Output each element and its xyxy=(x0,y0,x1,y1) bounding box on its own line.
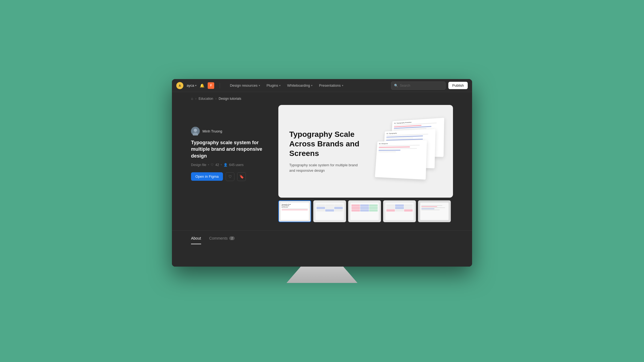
thumbnail-3[interactable] xyxy=(348,200,381,222)
mockup-sheets: 01. Typography Primitive xyxy=(374,117,450,193)
thumbnail-1[interactable]: Typography ScaleAcross Brandsand Screens xyxy=(278,200,311,222)
users-count: 645 users xyxy=(229,163,244,167)
nav-item-plugins[interactable]: Plugins ▾ xyxy=(263,79,284,92)
nav-menu: Design resources ▾ Plugins ▾ Whiteboardi… xyxy=(226,79,346,92)
user-icon: 👤 xyxy=(223,163,228,167)
likes-count: 42 xyxy=(215,163,219,167)
figma-icon[interactable]: F xyxy=(208,82,214,89)
author-avatar xyxy=(191,127,200,135)
chevron-icon: ▾ xyxy=(279,84,281,87)
tabs-area: About Comments 2 xyxy=(172,230,472,244)
tabs: About Comments 2 xyxy=(191,236,453,244)
nav-divider xyxy=(220,83,220,88)
thumbnail-4[interactable] xyxy=(383,200,416,222)
left-panel: Minh Truong Typography scale system for … xyxy=(191,105,267,222)
breadcrumb-sep-2: › xyxy=(215,97,216,101)
publish-button[interactable]: Publish xyxy=(448,82,468,89)
preview-title: Typography Scale Across Brands and Scree… xyxy=(289,129,363,158)
search-icon: 🔍 xyxy=(394,84,398,88)
thumbnail-2[interactable] xyxy=(313,200,346,222)
preview-card: Typography Scale Across Brands and Scree… xyxy=(278,105,453,198)
nav-item-design-resources[interactable]: Design resources ▾ xyxy=(226,79,263,92)
breadcrumb: ⌂ › Education › Design tutorials xyxy=(172,92,472,105)
search-box[interactable]: 🔍 Search xyxy=(391,82,446,90)
nav-item-presentations[interactable]: Presentations ▾ xyxy=(316,79,347,92)
monitor-stand xyxy=(287,267,357,283)
open-figma-button[interactable]: Open in Figma xyxy=(191,172,223,181)
chevron-icon: ▾ xyxy=(342,84,343,87)
svg-point-1 xyxy=(194,129,197,132)
username-label[interactable]: ayca ▾ xyxy=(187,83,196,88)
thumbnail-5[interactable] xyxy=(418,200,451,222)
right-panel: Typography Scale Across Brands and Scree… xyxy=(278,105,453,222)
home-icon[interactable]: ⌂ xyxy=(191,96,193,101)
breadcrumb-education[interactable]: Education xyxy=(199,97,213,101)
chevron-icon: ▾ xyxy=(311,84,312,87)
file-meta: Design file • ♡ 42 • 👤 645 users xyxy=(191,163,267,167)
author-row: Minh Truong xyxy=(191,127,267,135)
bookmark-button[interactable]: 🔖 xyxy=(237,172,246,181)
main-area: Minh Truong Typography scale system for … xyxy=(172,105,472,228)
preview-img-area: 01. Typography Primitive xyxy=(362,108,453,198)
nav-left: A ayca ▾ 🔔 F Design resources ▾ Plugins … xyxy=(176,79,347,92)
bell-icon[interactable]: 🔔 xyxy=(200,83,204,88)
navbar: A ayca ▾ 🔔 F Design resources ▾ Plugins … xyxy=(172,79,472,92)
preview-text-area: Typography Scale Across Brands and Scree… xyxy=(278,119,374,184)
action-buttons: Open in Figma ♡ 🔖 xyxy=(191,172,267,181)
thumbnails: Typography ScaleAcross Brandsand Screens xyxy=(278,200,453,222)
user-avatar[interactable]: A xyxy=(176,82,183,89)
preview-mockup: 01. Typography Primitive xyxy=(374,117,450,193)
author-name: Minh Truong xyxy=(202,129,222,133)
meta-dot-2: • xyxy=(221,163,222,167)
nav-right: 🔍 Search Publish xyxy=(391,82,468,90)
file-title: Typography scale system for multiple bra… xyxy=(191,139,267,159)
chevron-icon: ▾ xyxy=(259,84,260,87)
tab-about[interactable]: About xyxy=(191,236,201,244)
bookmark-icon: 🔖 xyxy=(239,174,244,179)
heart-icon: ♡ xyxy=(211,163,214,167)
comments-badge: 2 xyxy=(229,236,235,240)
tab-comments[interactable]: Comments 2 xyxy=(209,236,235,244)
heart-icon: ♡ xyxy=(228,174,232,179)
nav-item-whiteboarding[interactable]: Whiteboarding ▾ xyxy=(284,79,316,92)
like-button[interactable]: ♡ xyxy=(226,172,234,181)
content: ⌂ › Education › Design tutorials xyxy=(172,92,472,267)
breadcrumb-current: Design tutorials xyxy=(219,97,241,101)
preview-subtitle: Typography scale system for multiple bra… xyxy=(289,162,363,173)
breadcrumb-sep-1: › xyxy=(195,97,196,101)
sheet-3: 02. Viewports xyxy=(375,140,427,179)
meta-dot-1: • xyxy=(208,163,209,167)
chevron-down-icon: ▾ xyxy=(195,84,196,87)
file-type: Design file xyxy=(191,163,206,167)
